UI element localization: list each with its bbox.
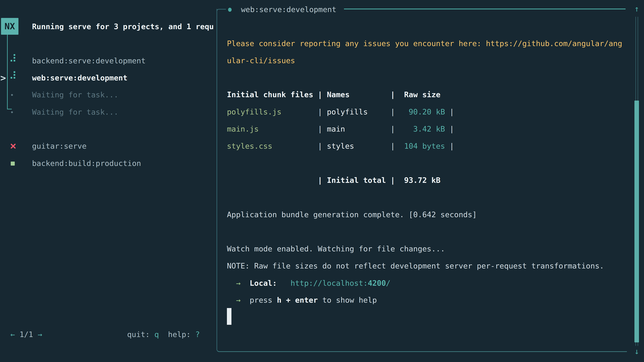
- table-separator: |: [445, 142, 454, 150]
- table-separator: |: [318, 107, 327, 116]
- prompt-arrow-icon: →: [227, 279, 240, 288]
- chunk-size: 3.42 kB: [395, 124, 445, 133]
- chunk-table-row: styles.css | styles | 104 bytes |: [227, 138, 454, 155]
- prompt-arrow-icon: →: [227, 296, 240, 305]
- page-next-arrow-icon[interactable]: →: [38, 330, 42, 339]
- help-pre-text: press: [250, 296, 277, 305]
- chunk-file: polyfills.js: [227, 107, 318, 116]
- terminal-cursor: [227, 308, 232, 325]
- chunk-size: 104 bytes: [395, 142, 445, 150]
- keyboard-hints: quit: q help: ?: [127, 326, 200, 343]
- quit-hint-key: q: [154, 330, 159, 339]
- nx-logo: NX: [1, 18, 18, 35]
- output-panel-title: web:serve:development: [241, 1, 336, 18]
- spacer: [240, 279, 250, 288]
- page-prev-arrow-icon[interactable]: ←: [10, 330, 15, 339]
- chunk-table-header: Initial chunk files | Names | Raw size: [227, 86, 440, 103]
- pagination: ← 1/1 →: [10, 326, 42, 343]
- task-label: guitar:serve: [32, 138, 86, 155]
- chunk-table-row: polyfills.js | polyfills | 90.20 kB |: [227, 103, 454, 120]
- task-row-waiting-1[interactable]: Waiting for task...: [0, 86, 216, 103]
- localhost-url-link[interactable]: http://localhost:4200/: [290, 279, 390, 288]
- spinner-icon: [10, 54, 16, 62]
- bundle-complete-line: Application bundle generation complete. …: [227, 206, 477, 223]
- task-label: Waiting for task...: [32, 104, 118, 121]
- pending-dot-icon: [11, 94, 13, 96]
- task-label: Waiting for task...: [32, 86, 118, 103]
- table-separator: |: [445, 124, 454, 133]
- scroll-up-arrow-icon[interactable]: ↑: [632, 0, 642, 17]
- table-separator: |: [318, 142, 327, 150]
- url-port: 4200: [368, 279, 386, 288]
- local-label: Local:: [250, 279, 277, 288]
- quit-hint-label: quit:: [127, 330, 154, 339]
- task-row-backend-serve[interactable]: backend:serve:development: [0, 52, 216, 69]
- table-separator: |: [445, 107, 454, 116]
- scroll-down-arrow-icon[interactable]: ↓: [632, 343, 642, 360]
- task-row-backend-build[interactable]: backend:build:production: [0, 155, 216, 172]
- error-x-icon: [10, 143, 16, 149]
- page-indicator: 1/1: [15, 330, 38, 339]
- table-separator: |: [368, 107, 395, 116]
- chunk-file: main.js: [227, 124, 318, 133]
- angular-notice-line2: ular-cli/issues: [227, 52, 295, 69]
- spinner-icon: [10, 71, 16, 79]
- table-separator: |: [318, 124, 327, 133]
- output-panel-header-rule: [344, 8, 626, 9]
- help-hint-key: ?: [195, 330, 200, 339]
- status-bar: ← 1/1 → quit: q help: ?: [0, 326, 216, 343]
- chunk-name: main: [327, 124, 345, 133]
- help-keys: h + enter: [277, 296, 318, 305]
- task-label: web:serve:development: [32, 69, 128, 86]
- table-separator: |: [345, 124, 395, 133]
- chunk-name: polyfills: [327, 107, 368, 116]
- spacer: [277, 279, 290, 288]
- success-square-icon: [11, 162, 15, 166]
- chunk-size: 90.20 kB: [395, 107, 445, 116]
- chunk-file: styles.css: [227, 142, 318, 150]
- task-row-guitar-serve[interactable]: guitar:serve: [0, 138, 216, 155]
- task-row-web-serve[interactable]: web:serve:development: [0, 69, 216, 86]
- watch-mode-line: Watch mode enabled. Watching for file ch…: [227, 240, 445, 257]
- task-row-waiting-2[interactable]: Waiting for task...: [0, 104, 216, 121]
- chunk-table-row: main.js | main | 3.42 kB |: [227, 120, 454, 138]
- output-panel-corner: [216, 9, 226, 15]
- help-post-text: to show help: [318, 296, 377, 305]
- table-separator: |: [354, 142, 395, 150]
- nx-terminal-screen: NX Running serve for 3 projects, and 1 r…: [0, 0, 644, 362]
- running-status-dot-icon: [228, 8, 232, 12]
- page-title: Running serve for 3 projects, and 1 requ: [32, 18, 216, 35]
- initial-total-row: | Initial total | 93.72 kB: [227, 172, 440, 189]
- scrollbar-thumb[interactable]: [634, 100, 639, 343]
- local-url-line: → Local: http://localhost:4200/: [227, 275, 390, 292]
- help-hint-line: → press h + enter to show help: [227, 292, 377, 309]
- pending-dot-icon: [11, 111, 13, 113]
- chunk-name: styles: [327, 142, 354, 150]
- note-line: NOTE: Raw file sizes do not reflect deve…: [227, 257, 604, 275]
- task-label: backend:build:production: [32, 155, 141, 172]
- task-label: backend:serve:development: [32, 52, 146, 69]
- spacer: [240, 296, 250, 305]
- angular-notice-line1: Please consider reporting any issues you…: [227, 35, 622, 52]
- help-hint-label: help:: [159, 330, 196, 339]
